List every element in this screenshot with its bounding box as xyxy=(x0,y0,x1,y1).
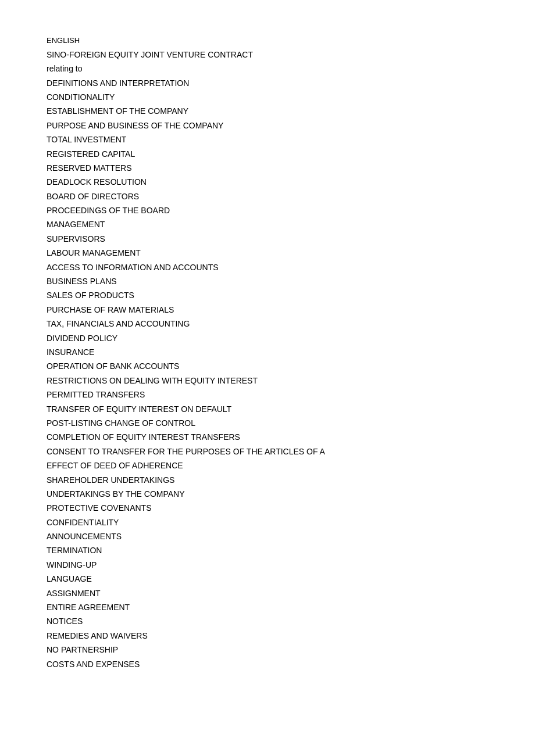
content-item-total-investment: TOTAL INVESTMENT xyxy=(47,133,488,146)
content-item-english: ENGLISH xyxy=(47,35,488,47)
content-item-entire-agreement: ENTIRE AGREEMENT xyxy=(47,601,488,614)
content-item-termination: TERMINATION xyxy=(47,544,488,557)
content-item-purpose: PURPOSE AND BUSINESS OF THE COMPANY xyxy=(47,119,488,132)
content-item-notices: NOTICES xyxy=(47,615,488,628)
content-item-title: SINO-FOREIGN EQUITY JOINT VENTURE CONTRA… xyxy=(47,48,488,61)
content-item-effect-deed: EFFECT OF DEED OF ADHERENCE xyxy=(47,459,488,472)
content-item-management: MANAGEMENT xyxy=(47,218,488,231)
content-item-business-plans: BUSINESS PLANS xyxy=(47,275,488,288)
content-item-deadlock: DEADLOCK RESOLUTION xyxy=(47,175,488,188)
content-item-establishment: ESTABLISHMENT OF THE COMPANY xyxy=(47,105,488,117)
content-item-transfer-default: TRANSFER OF EQUITY INTEREST ON DEFAULT xyxy=(47,403,488,415)
content-item-permitted: PERMITTED TRANSFERS xyxy=(47,388,488,401)
content-item-operation-bank: OPERATION OF BANK ACCOUNTS xyxy=(47,360,488,372)
content-item-board-directors: BOARD OF DIRECTORS xyxy=(47,190,488,203)
content-item-definitions: DEFINITIONS AND INTERPRETATION xyxy=(47,77,488,89)
content-item-insurance: INSURANCE xyxy=(47,346,488,359)
content-item-dividend: DIVIDEND POLICY xyxy=(47,332,488,345)
content-item-remedies: REMEDIES AND WAIVERS xyxy=(47,629,488,642)
content-item-undertakings: UNDERTAKINGS BY THE COMPANY xyxy=(47,488,488,500)
content-item-sales: SALES OF PRODUCTS xyxy=(47,289,488,302)
content-item-completion: COMPLETION OF EQUITY INTEREST TRANSFERS xyxy=(47,431,488,443)
content-item-no-partnership: NO PARTNERSHIP xyxy=(47,643,488,656)
content-item-labour: LABOUR MANAGEMENT xyxy=(47,246,488,259)
content-item-restrictions: RESTRICTIONS ON DEALING WITH EQUITY INTE… xyxy=(47,374,488,387)
content-item-winding-up: WINDING-UP xyxy=(47,558,488,571)
document-content: ENGLISHSINO-FOREIGN EQUITY JOINT VENTURE… xyxy=(47,35,488,671)
content-item-tax: TAX, FINANCIALS AND ACCOUNTING xyxy=(47,317,488,330)
content-item-protective: PROTECTIVE COVENANTS xyxy=(47,501,488,514)
content-item-supervisors: SUPERVISORS xyxy=(47,232,488,245)
content-item-post-listing: POST-LISTING CHANGE OF CONTROL xyxy=(47,417,488,429)
content-item-announcements: ANNOUNCEMENTS xyxy=(47,530,488,543)
content-item-confidentiality: CONFIDENTIALITY xyxy=(47,516,488,529)
content-item-proceedings: PROCEEDINGS OF THE BOARD xyxy=(47,204,488,217)
content-item-consent: CONSENT TO TRANSFER FOR THE PURPOSES OF … xyxy=(47,445,488,458)
content-item-shareholder: SHAREHOLDER UNDERTAKINGS xyxy=(47,474,488,486)
content-item-costs: COSTS AND EXPENSES xyxy=(47,658,488,671)
content-item-registered-capital: REGISTERED CAPITAL xyxy=(47,148,488,160)
content-item-conditionality: CONDITIONALITY xyxy=(47,91,488,103)
content-item-access: ACCESS TO INFORMATION AND ACCOUNTS xyxy=(47,261,488,274)
content-item-purchase: PURCHASE OF RAW MATERIALS xyxy=(47,303,488,316)
content-item-assignment: ASSIGNMENT xyxy=(47,587,488,600)
content-item-language: LANGUAGE xyxy=(47,572,488,585)
content-item-relating: relating to xyxy=(47,62,488,75)
content-item-reserved-matters: RESERVED MATTERS xyxy=(47,162,488,174)
